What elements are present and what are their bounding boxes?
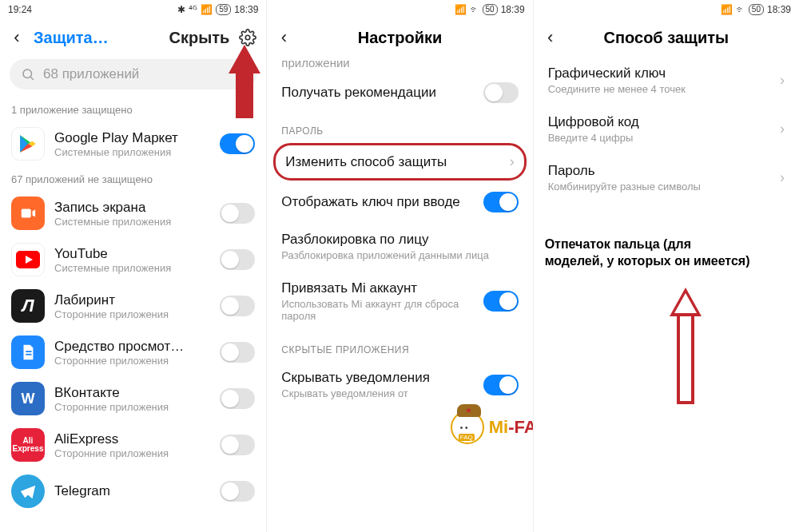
cut-off-text: приложении [267, 56, 532, 73]
header: ‹ Настройки [267, 19, 532, 56]
app-toggle[interactable] [220, 435, 255, 455]
row-recommendations[interactable]: Получать рекомендации [267, 73, 532, 113]
app-toggle[interactable] [220, 342, 255, 363]
app-toggle[interactable] [220, 296, 255, 316]
aliexpress-icon: AliExpress [11, 428, 45, 462]
section-password-header: ПАРОЛЬ [267, 113, 532, 141]
status-time: 18:39 [501, 4, 525, 15]
youtube-icon [11, 243, 45, 276]
network-icon: ⁴ᴳ [189, 4, 197, 15]
fingerprint-annotation: Отпечаток пальца (для моделей, у которых… [545, 236, 751, 270]
svg-rect-5 [26, 351, 31, 352]
app-toggle[interactable] [220, 203, 255, 224]
svg-rect-6 [26, 354, 31, 355]
row-sub: Введите 4 цифры [548, 132, 770, 144]
status-time-left: 19:24 [8, 4, 32, 15]
row-sub: Разблокировка приложений данными лица [281, 249, 518, 261]
pane-settings: 📶 ᯤ 50 18:39 ‹ Настройки приложении Полу… [266, 0, 532, 532]
status-time: 18:39 [767, 4, 791, 15]
app-name: Лабиринт [54, 292, 210, 308]
back-button[interactable]: ‹ [8, 27, 26, 48]
telegram-icon [11, 474, 45, 508]
logo-mi: Mi [489, 417, 508, 437]
header: ‹ Защита… Скрыть [0, 19, 266, 56]
app-sub: Системные приложения [54, 262, 210, 274]
signal-icon: 📶 [201, 4, 213, 15]
app-name: Средство просмот… [54, 339, 210, 355]
row-face-unlock[interactable]: Разблокировка по лицу Разблокировка прил… [267, 222, 532, 271]
status-bar: 📶 ᯤ 50 18:39 [534, 0, 799, 19]
status-bar: 19:24 ✱ ⁴ᴳ 📶 59 18:39 [0, 0, 266, 19]
app-sub: Сторонние приложения [54, 355, 210, 367]
app-row-record[interactable]: Запись экранаСистемные приложения [0, 190, 266, 236]
row-title: Графический ключ [548, 66, 770, 81]
app-sub: Системные приложения [54, 216, 210, 228]
section-unprotected-label: 67 приложений не защищено [0, 167, 266, 190]
app-name: AliExpress [54, 431, 210, 447]
app-row-vk[interactable]: W ВКонтактеСторонние приложения [0, 375, 266, 422]
app-name: ВКонтакте [54, 385, 210, 401]
app-row-aliexpress[interactable]: AliExpress AliExpressСторонние приложени… [0, 422, 266, 468]
row-mi-account[interactable]: Привязать Mi аккаунт Использовать Mi акк… [267, 271, 532, 332]
back-button[interactable]: ‹ [275, 27, 292, 48]
row-password[interactable]: Пароль Комбинируйте разные символы › [534, 153, 799, 202]
header: ‹ Способ защиты [534, 19, 799, 56]
row-pattern[interactable]: Графический ключ Соедините не менее 4 то… [534, 56, 799, 105]
chevron-right-icon: › [510, 153, 515, 170]
row-title: Изменить способ защиты [285, 154, 499, 170]
section-protected-label: 1 приложение защищено [0, 97, 266, 121]
battery-badge: 59 [216, 4, 231, 15]
app-row-telegram[interactable]: Telegram [0, 468, 266, 514]
app-toggle[interactable] [220, 249, 255, 270]
mascot-icon: ★• •FAQ [451, 411, 484, 444]
row-title: Получать рекомендации [281, 85, 473, 101]
app-toggle[interactable] [220, 133, 255, 154]
toggle-show-pattern[interactable] [483, 192, 519, 212]
row-title: Скрывать уведомления [281, 370, 473, 386]
wifi-icon: ᯤ [736, 4, 745, 15]
svg-point-0 [246, 35, 251, 40]
row-title: Пароль [548, 163, 770, 179]
chevron-right-icon: › [780, 121, 785, 137]
row-sub: Соедините не менее 4 точек [548, 83, 770, 95]
page-title: Способ защиты [567, 29, 765, 47]
app-row-viewer[interactable]: Средство просмот…Сторонние приложения [0, 329, 266, 375]
app-row-play[interactable]: Google Play Маркет Системные приложения [0, 121, 266, 167]
row-sub: Скрывать уведомления от [281, 387, 473, 399]
row-title: Цифровой код [548, 114, 770, 130]
toggle-hide-notifications[interactable] [483, 375, 519, 395]
document-viewer-icon [11, 335, 45, 369]
toggle-recommendations[interactable] [483, 82, 519, 103]
row-pin[interactable]: Цифровой код Введите 4 цифры › [534, 105, 799, 153]
logo-rest: -FAQ.RU [508, 417, 532, 437]
tab-hide[interactable]: Скрыть [169, 29, 229, 47]
app-row-youtube[interactable]: YouTubeСистемные приложения [0, 236, 266, 283]
app-name: YouTube [54, 246, 210, 262]
toggle-mi-account[interactable] [483, 291, 519, 312]
row-show-pattern[interactable]: Отображать ключ при вводе [267, 182, 532, 222]
wifi-icon: ᯤ [470, 4, 479, 15]
watermark-logo: ★• •FAQ Mi-FAQ.RU [451, 411, 533, 444]
google-play-icon [11, 127, 45, 161]
app-toggle[interactable] [220, 388, 255, 409]
app-row-labirint[interactable]: Л ЛабиринтСторонние приложения [0, 283, 266, 329]
row-title: Привязать Mi аккаунт [281, 280, 473, 296]
search-icon [21, 67, 35, 81]
row-sub: Использовать Mi аккаунт для сброса парол… [281, 298, 473, 322]
vkontakte-icon: W [11, 382, 45, 415]
app-sub: Сторонние приложения [54, 447, 210, 459]
status-bar: 📶 ᯤ 50 18:39 [267, 0, 532, 19]
annotation-arrow-fingerprint [670, 288, 702, 404]
highlight-annotation: Изменить способ защиты › [273, 143, 526, 181]
back-button[interactable]: ‹ [542, 27, 559, 48]
search-placeholder: 68 приложений [43, 66, 139, 82]
app-sub: Сторонние приложения [54, 308, 210, 320]
chevron-right-icon: › [780, 169, 785, 186]
row-hide-notifications[interactable]: Скрывать уведомления Скрывать уведомлени… [267, 360, 532, 409]
app-toggle[interactable] [220, 481, 255, 502]
tab-protect[interactable]: Защита… [34, 29, 109, 47]
row-change-lock-type[interactable]: Изменить способ защиты › [276, 145, 523, 178]
app-name: Google Play Маркет [54, 130, 210, 146]
svg-rect-3 [22, 209, 31, 218]
search-input[interactable]: 68 приложений [10, 59, 256, 89]
